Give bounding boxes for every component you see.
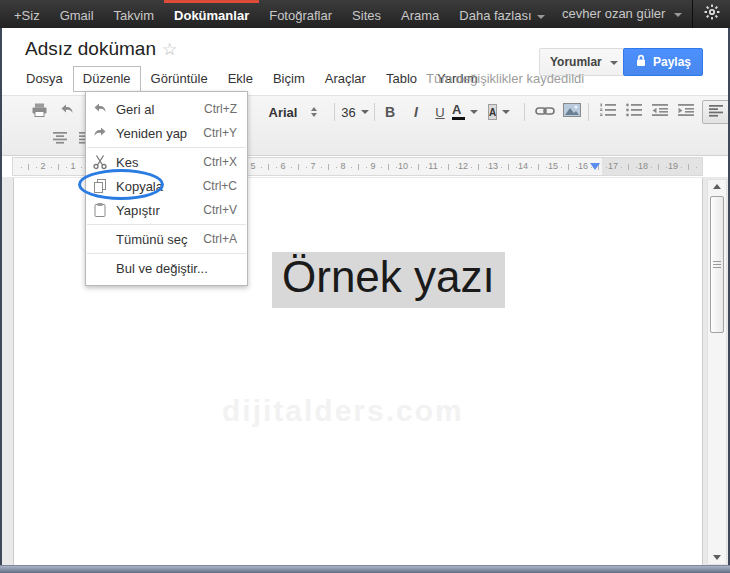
vertical-scrollbar[interactable] bbox=[707, 179, 727, 565]
ruler-tick bbox=[508, 164, 509, 170]
font-size-select[interactable]: 36 bbox=[340, 100, 370, 124]
ruler-tick bbox=[606, 167, 607, 168]
ruler-tick bbox=[351, 167, 352, 168]
text-color-button[interactable]: A bbox=[454, 100, 476, 124]
bold-button[interactable]: B bbox=[380, 100, 400, 124]
bullet-list-button[interactable] bbox=[622, 100, 646, 124]
menu-separator bbox=[87, 147, 246, 148]
menu-biçim[interactable]: Biçim bbox=[263, 66, 315, 92]
menu-tablo[interactable]: Tablo bbox=[376, 66, 427, 92]
ruler-tick bbox=[576, 167, 577, 168]
topbar-item-siz[interactable]: +Siz bbox=[4, 0, 50, 28]
toolbar-separator bbox=[588, 103, 589, 121]
underline-button[interactable]: U bbox=[430, 100, 450, 124]
margin-marker-icon[interactable] bbox=[590, 163, 600, 170]
ruler-tick bbox=[538, 164, 539, 170]
star-icon[interactable]: ☆ bbox=[162, 39, 177, 60]
scrollbar-thumb[interactable] bbox=[710, 196, 724, 333]
menu-görüntüle[interactable]: Görüntüle bbox=[141, 66, 218, 92]
italic-button[interactable]: I bbox=[406, 100, 426, 124]
menu-araçlar[interactable]: Araçlar bbox=[315, 66, 376, 92]
toolbar-separator bbox=[334, 103, 335, 121]
menu-ekle[interactable]: Ekle bbox=[218, 66, 263, 92]
toolbar-separator bbox=[374, 103, 375, 121]
menu-düzenle[interactable]: Düzenle bbox=[73, 66, 141, 92]
menu-item-bul-ve-değiştir-[interactable]: Bul ve değiştir... bbox=[86, 256, 247, 280]
ruler-tick bbox=[561, 167, 562, 168]
ruler-tick bbox=[568, 164, 569, 170]
menu-item-label: Kes bbox=[116, 155, 138, 170]
document-text: Örnek yazı bbox=[282, 252, 495, 301]
gear-icon bbox=[704, 4, 720, 24]
ruler-tick bbox=[366, 167, 367, 168]
topbar-item-takvim[interactable]: Takvim bbox=[104, 0, 164, 28]
ruler-tick bbox=[448, 164, 449, 170]
menu-separator bbox=[87, 224, 246, 225]
topbar-item-sites[interactable]: Sites bbox=[342, 0, 391, 28]
topbar-item-arama[interactable]: Arama bbox=[391, 0, 449, 28]
menu-item-shortcut: Ctrl+V bbox=[203, 203, 237, 217]
insert-link-button[interactable] bbox=[532, 100, 558, 124]
menu-item-yapıştır[interactable]: YapıştırCtrl+V bbox=[86, 198, 247, 222]
topbar-item-gmail[interactable]: Gmail bbox=[50, 0, 104, 28]
outdent-button[interactable] bbox=[648, 100, 672, 124]
font-family-select[interactable]: Arial bbox=[258, 100, 328, 124]
align-button[interactable] bbox=[702, 100, 730, 124]
menu-item-geri-al[interactable]: Geri alCtrl+Z bbox=[86, 97, 247, 121]
chevron-down-icon bbox=[610, 61, 618, 65]
align-center-button[interactable] bbox=[48, 127, 72, 151]
grip-icon bbox=[713, 261, 721, 268]
ruler-tick bbox=[276, 167, 277, 168]
print-button[interactable] bbox=[28, 100, 50, 124]
insert-image-button[interactable] bbox=[560, 100, 584, 124]
ruler-tick bbox=[306, 167, 307, 168]
text-color-icon: A bbox=[452, 104, 465, 120]
indent-button[interactable] bbox=[674, 100, 698, 124]
chevron-down-icon bbox=[537, 15, 545, 19]
stepper-icon bbox=[311, 107, 317, 117]
topbar-right: cevher ozan güler bbox=[552, 0, 730, 28]
menu-item-yeniden-yap[interactable]: Yeniden yapCtrl+Y bbox=[86, 121, 247, 145]
ruler-tick bbox=[531, 167, 532, 168]
highlight-color-button[interactable]: A bbox=[488, 100, 510, 124]
chevron-down-icon bbox=[361, 110, 369, 114]
ruler-number: 6 bbox=[280, 161, 285, 171]
undo-button[interactable] bbox=[56, 100, 78, 124]
menu-dosya[interactable]: Dosya bbox=[16, 66, 73, 92]
selected-text[interactable]: Örnek yazı bbox=[272, 252, 505, 308]
header: Adsız doküman ☆ Yorumlar Paylaş DosyaDüz… bbox=[2, 28, 728, 95]
numbered-list-button[interactable] bbox=[596, 100, 620, 124]
scroll-up-button[interactable] bbox=[708, 180, 726, 193]
document-title[interactable]: Adsız doküman bbox=[25, 38, 156, 60]
align-left-icon bbox=[708, 103, 724, 121]
ruler-tick bbox=[261, 167, 262, 168]
menu-item-kes[interactable]: KesCtrl+X bbox=[86, 150, 247, 174]
ruler-tick bbox=[328, 164, 329, 170]
copy-icon bbox=[92, 178, 108, 194]
topbar-item-fotoğraflar[interactable]: Fotoğraflar bbox=[259, 0, 342, 28]
share-button[interactable]: Paylaş bbox=[623, 48, 703, 76]
settings-button[interactable] bbox=[692, 0, 730, 28]
user-name: cevher ozan güler bbox=[562, 6, 665, 21]
ruler-tick bbox=[381, 167, 382, 168]
ruler-number: 12 bbox=[458, 161, 468, 171]
menu-item-tümünü-seç[interactable]: Tümünü seçCtrl+A bbox=[86, 227, 247, 251]
user-menu[interactable]: cevher ozan güler bbox=[552, 0, 692, 28]
toolbar-separator bbox=[524, 103, 525, 121]
scroll-down-button[interactable] bbox=[708, 551, 726, 564]
ruler-number: 5 bbox=[250, 161, 255, 171]
ruler-tick bbox=[681, 167, 682, 168]
ruler-tick bbox=[441, 167, 442, 168]
ruler-number: 14 bbox=[518, 161, 528, 171]
chevron-down-icon bbox=[470, 110, 478, 114]
menu-item-kopyala[interactable]: KopyalaCtrl+C bbox=[86, 174, 247, 198]
highlight-icon: A bbox=[488, 104, 497, 120]
ruler-tick bbox=[501, 167, 502, 168]
topbar-item-dahafazlası[interactable]: Daha fazlası bbox=[449, 0, 554, 28]
arrow-down-icon bbox=[713, 555, 721, 560]
ruler-tick bbox=[358, 164, 359, 170]
lock-icon bbox=[635, 54, 647, 70]
menu-item-shortcut: Ctrl+X bbox=[203, 155, 237, 169]
ruler-tick bbox=[471, 167, 472, 168]
topbar-item-dokümanlar[interactable]: Dokümanlar bbox=[164, 0, 259, 28]
